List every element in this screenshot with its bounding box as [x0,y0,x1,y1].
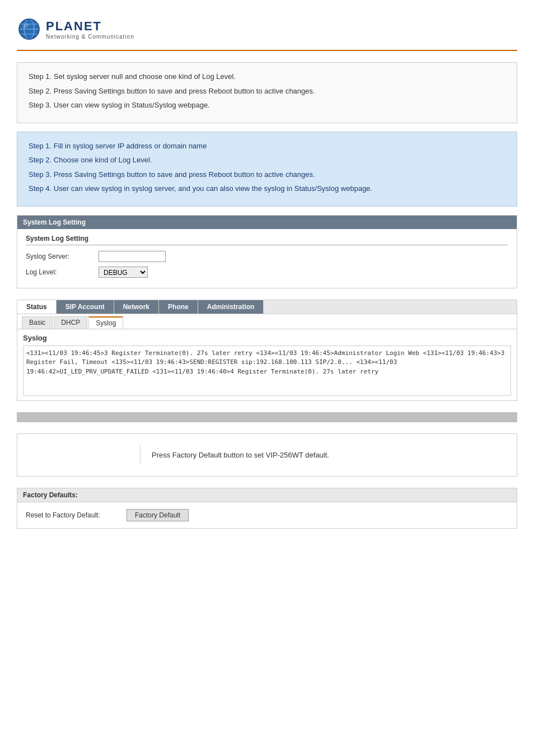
nav-subtabs: Basic DHCP Syslog [17,314,517,329]
info-box-1-step-3: Step 3. User can view syslog in Status/S… [29,100,505,111]
syslog-server-input[interactable] [99,251,166,262]
factory-info-left-panel [29,445,140,465]
tab-status[interactable]: Status [17,300,57,314]
navigation-container: Status SIP Account Network Phone Adminis… [17,300,517,401]
syslog-log-content[interactable]: <131><11/03 19:46:45>3 Register Terminat… [23,346,511,396]
factory-default-button[interactable]: Factory Default [127,509,189,521]
logo-text-group: PLANET Networking & Communication [46,19,134,40]
factory-info-text: Press Factory Default button to set VIP-… [152,451,329,459]
info-box-2-step-2: Step 2. Choose one kind of Log Level. [29,155,505,166]
subtab-basic[interactable]: Basic [22,316,53,329]
system-log-settings-box: System Log Setting System Log Setting Sy… [17,215,517,288]
subtab-dhcp[interactable]: DHCP [54,316,87,329]
log-level-select[interactable]: DEBUG INFO WARNING ERROR [99,267,148,278]
factory-settings-body: Reset to Factory Default: Factory Defaul… [17,502,517,528]
nav-tabs-top: Status SIP Account Network Phone Adminis… [17,300,517,314]
info-box-2-step-4: Step 4. User can view syslog in syslog s… [29,183,505,194]
syslog-server-label: Syslog Server: [26,253,99,260]
info-box-1-step-1: Step 1. Set syslog server null and choos… [29,71,505,82]
log-level-label: Log Level: [26,268,99,276]
header: PLANET Networking & Communication [17,11,517,51]
logo-planet-name: PLANET [46,19,134,34]
factory-settings-box: Factory Defaults: Reset to Factory Defau… [17,488,517,529]
factory-reset-row: Reset to Factory Default: Factory Defaul… [26,509,508,521]
log-level-row: Log Level: DEBUG INFO WARNING ERROR [26,267,508,278]
system-log-subsection-title: System Log Setting [26,235,508,245]
planet-globe-icon [17,17,41,41]
tab-administration[interactable]: Administration [198,300,264,314]
syslog-section: Syslog <131><11/03 19:46:45>3 Register T… [17,329,517,400]
factory-info-box: Press Factory Default button to set VIP-… [17,433,517,477]
tab-network[interactable]: Network [114,300,159,314]
factory-info-right-panel: Press Factory Default button to set VIP-… [152,445,505,465]
syslog-server-row: Syslog Server: [26,251,508,262]
logo-subtitle: Networking & Communication [46,34,134,40]
tab-sip-account[interactable]: SIP Account [57,300,114,314]
factory-reset-label: Reset to Factory Default: [26,511,127,519]
divider-bar [17,412,517,422]
info-box-1-step-2: Step 2. Press Saving Settings button to … [29,86,505,97]
logo-area: PLANET Networking & Communication [17,17,517,41]
subtab-syslog[interactable]: Syslog [88,316,123,329]
info-box-2-step-1: Step 1. Fill in syslog server IP address… [29,141,505,152]
info-box-1: Step 1. Set syslog server null and choos… [17,62,517,123]
syslog-section-title: Syslog [23,334,511,342]
tab-phone[interactable]: Phone [159,300,198,314]
system-log-header: System Log Setting [17,216,517,229]
system-log-body: System Log Setting Syslog Server: Log Le… [17,229,517,288]
info-box-2: Step 1. Fill in syslog server IP address… [17,132,517,207]
info-box-2-step-3: Step 3. Press Saving Settings button to … [29,169,505,180]
factory-settings-header: Factory Defaults: [17,488,517,502]
